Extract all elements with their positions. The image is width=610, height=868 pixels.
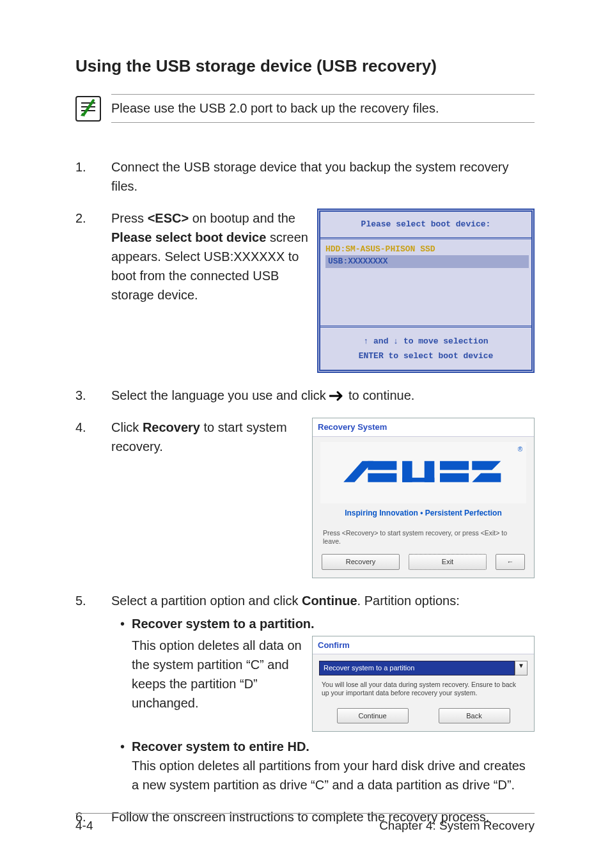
confirm-dialog: Confirm Recover system to a partition ▼ … xyxy=(312,636,535,732)
bios-boot-menu: Please select boot device: HDD:SM-ASUS-P… xyxy=(317,209,535,373)
page-footer: 4-4 Chapter 4: System Recovery xyxy=(75,813,535,833)
recovery-system-window: Recovery System xyxy=(312,418,535,578)
step-text: Connect the USB storage device that you … xyxy=(111,160,508,193)
partition-option-2: Recover system to entire HD. This option… xyxy=(120,737,535,794)
step-text: Select a partition option and click Cont… xyxy=(111,591,535,610)
svg-rect-8 xyxy=(440,473,469,482)
arrow-right-icon xyxy=(329,387,345,397)
continue-button[interactable]: Continue xyxy=(337,708,409,724)
chevron-down-icon[interactable]: ▼ xyxy=(515,661,528,675)
bios-option-hdd[interactable]: HDD:SM-ASUS-PHISON SSD xyxy=(325,243,526,256)
confirm-message: You will lose all your data during syste… xyxy=(313,679,534,704)
page-number: 4-4 xyxy=(75,819,93,833)
svg-marker-9 xyxy=(472,461,501,470)
svg-rect-3 xyxy=(368,473,396,482)
step-4: 4. Click Recovery to start system recove… xyxy=(75,418,535,578)
recovery-prompt: Press <Recovery> to start system recover… xyxy=(313,525,534,551)
bios-hints: ↑ and ↓ to move selection ENTER to selec… xyxy=(320,326,531,370)
step-number: 3. xyxy=(75,386,86,405)
note-icon xyxy=(75,96,101,122)
step-3: 3. Select the language you use and click… xyxy=(75,386,535,405)
dialog-title: Confirm xyxy=(313,636,534,655)
asus-tagline: Inspiring Innovation • Persistent Perfec… xyxy=(320,507,526,519)
page: Using the USB storage device (USB recove… xyxy=(0,0,610,868)
partition-combo-selected[interactable]: Recover system to a partition xyxy=(319,661,515,675)
asus-logo: ® xyxy=(320,442,526,503)
bios-option-usb-selected[interactable]: USB:XXXXXXXX xyxy=(325,255,529,268)
window-title: Recovery System xyxy=(313,418,534,437)
recovery-button[interactable]: Recovery xyxy=(322,554,400,570)
chapter-label: Chapter 4: System Recovery xyxy=(379,819,535,833)
step-1: 1. Connect the USB storage device that y… xyxy=(75,157,535,196)
bios-title: Please select boot device: xyxy=(320,212,531,239)
exit-button[interactable]: Exit xyxy=(409,554,487,570)
note-callout: Please use the USB 2.0 port to back up t… xyxy=(75,94,535,123)
note-text: Please use the USB 2.0 port to back up t… xyxy=(111,94,535,123)
step-5: 5. Select a partition option and click C… xyxy=(75,591,535,795)
back-button[interactable]: Back xyxy=(439,708,510,724)
step-text: Press <ESC> on bootup and the Please sel… xyxy=(111,209,308,304)
step-number: 4. xyxy=(75,418,86,437)
step-2: 2. Press <ESC> on bootup and the Please … xyxy=(75,209,535,373)
partition-option-1-body: This option deletes all data on the syst… xyxy=(132,636,303,713)
partition-option-2-body: This option deletes all partitions from … xyxy=(132,756,535,794)
step-text: Select the language you use and click to… xyxy=(111,388,414,402)
step-text: Click Recovery to start system recovery. xyxy=(111,418,303,456)
step-number: 1. xyxy=(75,157,86,177)
svg-rect-6 xyxy=(402,478,434,482)
svg-rect-2 xyxy=(368,461,396,470)
svg-rect-7 xyxy=(440,461,469,470)
svg-marker-10 xyxy=(472,473,501,482)
registered-mark: ® xyxy=(518,445,522,454)
step-number: 2. xyxy=(75,209,86,228)
partition-option-1: Recover system to a partition. This opti… xyxy=(120,614,535,732)
section-heading: Using the USB storage device (USB recove… xyxy=(75,56,535,76)
step-number: 5. xyxy=(75,591,86,610)
back-arrow-button[interactable]: ← xyxy=(496,554,525,570)
